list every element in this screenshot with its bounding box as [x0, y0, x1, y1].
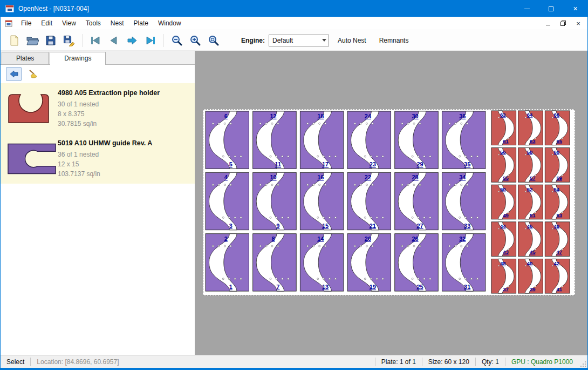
nest-cell[interactable]: 3837	[491, 259, 516, 293]
last-plate-button[interactable]	[141, 32, 160, 49]
zoom-in-icon	[189, 35, 201, 46]
remnants-button[interactable]: Remnants	[375, 34, 413, 47]
nest-cell[interactable]: 87	[253, 234, 297, 291]
tab-drawings[interactable]: Drawings	[50, 52, 106, 65]
chevron-down-icon[interactable]	[319, 35, 329, 46]
nest-cell[interactable]: 109	[253, 172, 297, 230]
nest-cell[interactable]: 2221	[347, 172, 391, 230]
nest-cell[interactable]: 65	[206, 111, 249, 169]
minimize-button[interactable]	[515, 1, 539, 17]
nest-cell[interactable]: 3635	[442, 111, 486, 169]
nest-cell[interactable]: 2625	[395, 234, 439, 291]
part-number: 66	[554, 112, 560, 118]
new-button[interactable]	[5, 32, 23, 49]
part-number: 40	[527, 260, 533, 266]
part-number: 53	[557, 212, 563, 218]
nest-cell[interactable]: 5049	[491, 185, 516, 219]
menu-edit[interactable]: Edit	[36, 17, 57, 29]
nest-cell[interactable]: 21	[206, 234, 249, 291]
plate[interactable]: 6512111817242330293635431091615222128273…	[203, 109, 575, 295]
open-button[interactable]	[23, 32, 42, 49]
clear-drawings-button[interactable]	[25, 67, 41, 81]
broom-icon	[28, 69, 39, 79]
part-number: 44	[500, 223, 506, 229]
drawing-list-item[interactable]: 5019 A10 UHMW guide Rev. A 36 of 1 neste…	[1, 133, 195, 184]
zoom-fit-button[interactable]	[204, 32, 223, 49]
nest-cell[interactable]: 5655	[491, 148, 516, 183]
resize-grip-icon	[580, 361, 586, 367]
part-number: 11	[275, 161, 282, 167]
part-number: 18	[317, 113, 324, 119]
resize-grip[interactable]	[579, 355, 587, 368]
nest-cell[interactable]: 4241	[545, 259, 570, 293]
nest-cell[interactable]: 4847	[545, 222, 570, 257]
menu-view[interactable]: View	[57, 17, 81, 29]
mdi-minimize-button[interactable]	[544, 19, 552, 27]
save-icon	[45, 35, 57, 46]
maximize-button[interactable]	[539, 1, 563, 17]
nest-cell[interactable]: 1413	[300, 234, 344, 291]
nest-cell[interactable]: 6665	[545, 111, 570, 145]
status-plate-size: Size: 60 x 120	[422, 355, 475, 368]
part-number: 37	[503, 286, 509, 292]
nest-cell[interactable]: 43	[206, 172, 249, 230]
part-area: 30.7815 sq/in	[58, 119, 192, 129]
nest-cell[interactable]: 2019	[347, 234, 391, 291]
status-gpu: GPU : Quadro P1000	[505, 355, 579, 368]
nest-cell[interactable]: 3433	[442, 172, 486, 230]
first-plate-button[interactable]	[86, 32, 105, 49]
tab-plates[interactable]: Plates	[2, 52, 49, 64]
zoom-out-button[interactable]	[168, 32, 186, 49]
drawing-list-item[interactable]: 4980 A05 Extraction pipe holder 30 of 1 …	[1, 83, 195, 133]
nest-cell[interactable]: 6261	[491, 111, 516, 145]
menu-nest[interactable]: Nest	[106, 17, 129, 29]
app-icon	[5, 5, 14, 12]
part-number: 22	[365, 174, 371, 180]
engine-select[interactable]: Default	[269, 35, 329, 46]
part-size: 12 x 15	[58, 159, 192, 169]
close-button[interactable]: ×	[563, 1, 587, 17]
nesting-canvas[interactable]: 6512111817242330293635431091615222128273…	[195, 51, 587, 355]
part-number: 48	[554, 223, 560, 229]
next-plate-button[interactable]	[123, 32, 141, 49]
part-number: 34	[459, 174, 466, 180]
part-number: 54	[554, 186, 560, 192]
nest-cell[interactable]: 2423	[347, 111, 391, 169]
part-number: 43	[503, 249, 509, 255]
nest-cell[interactable]: 1817	[300, 111, 344, 169]
auto-nest-button[interactable]: Auto Nest	[333, 34, 371, 47]
part-number: 10	[270, 174, 276, 180]
part-number: 60	[554, 149, 560, 155]
zoom-in-button[interactable]	[186, 32, 204, 49]
nest-cell[interactable]: 2827	[395, 172, 439, 230]
nest-cell[interactable]: 1615	[300, 172, 344, 230]
return-part-button[interactable]	[6, 67, 22, 81]
previous-plate-button[interactable]	[105, 32, 123, 49]
nest-cell[interactable]: 3231	[442, 234, 486, 291]
menu-tools[interactable]: Tools	[81, 17, 106, 29]
part-number: 51	[530, 212, 536, 218]
mdi-close-button[interactable]: ×	[575, 19, 582, 27]
nest-cell[interactable]: 5857	[518, 148, 543, 183]
menu-window[interactable]: Window	[153, 17, 186, 29]
menu-plate[interactable]: Plate	[129, 17, 153, 29]
part-number: 33	[464, 223, 470, 229]
nest-cell[interactable]: 4039	[518, 259, 543, 293]
last-arrow-icon	[145, 36, 156, 45]
part-title: 5019 A10 UHMW guide Rev. A	[58, 139, 192, 147]
nest-cell[interactable]: 1211	[253, 111, 297, 169]
nest-cell[interactable]: 5251	[518, 185, 543, 219]
nest-cell[interactable]: 3029	[395, 111, 439, 169]
menu-file[interactable]: File	[16, 17, 36, 29]
nest-cell[interactable]: 5453	[545, 185, 570, 219]
nest-cell[interactable]: 4645	[518, 222, 543, 257]
nest-cell[interactable]: 6059	[545, 148, 570, 183]
mdi-restore-button[interactable]	[559, 19, 567, 27]
nest-cell[interactable]: 4443	[491, 222, 516, 257]
save-button[interactable]	[42, 32, 60, 49]
part-thumbnail	[6, 138, 58, 179]
part-number: 5	[229, 161, 233, 167]
save-as-button[interactable]	[60, 32, 78, 49]
zoom-fit-icon	[208, 35, 220, 46]
nest-cell[interactable]: 6463	[518, 111, 543, 145]
